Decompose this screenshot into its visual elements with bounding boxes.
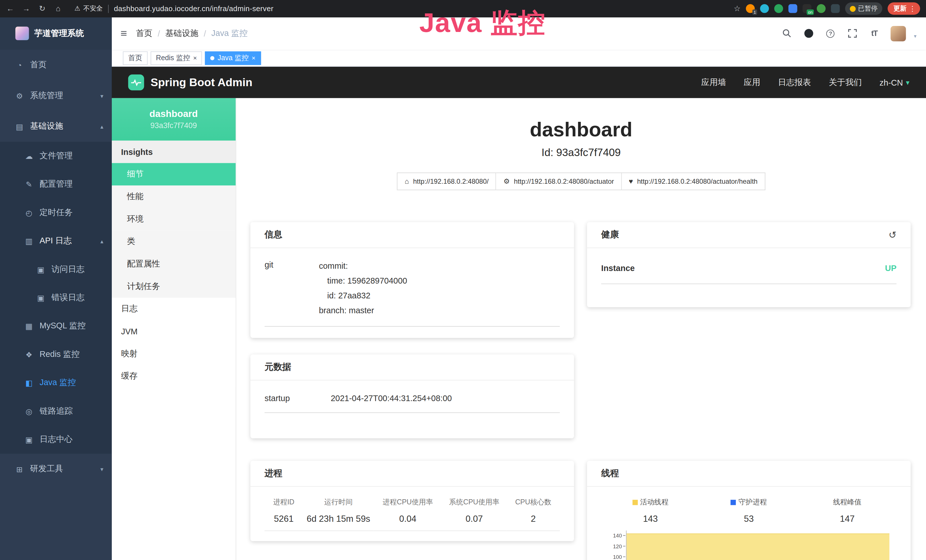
reload-icon[interactable]: ↻ bbox=[38, 4, 47, 13]
help-icon[interactable]: ? bbox=[825, 28, 836, 38]
java-monitor-icon: ◧ bbox=[24, 378, 34, 387]
git-time-line: time: 1596289704000 bbox=[319, 274, 560, 288]
history-icon[interactable]: ↺ bbox=[889, 229, 897, 240]
sba-brand: Spring Boot Admin bbox=[151, 76, 253, 89]
metadata-card-title: 元数据 bbox=[250, 354, 574, 380]
tab-redis-monitor[interactable]: Redis 监控 × bbox=[151, 51, 202, 65]
health-instance-label: Instance bbox=[601, 263, 635, 273]
screen: ← → ↻ ⌂ ⚠ 不安全 dashboard.yudao.iocoder.cn… bbox=[0, 0, 926, 560]
locale-label: zh-CN bbox=[879, 77, 903, 87]
hamburger-icon[interactable]: ≡ bbox=[112, 27, 136, 40]
process-col-header: 进程CPU使用率 bbox=[374, 493, 442, 509]
site-security[interactable]: ⚠ 不安全 bbox=[74, 4, 103, 13]
process-card: 进程 进程ID 运行时间 进程CPU使用率 系统CPU使用率 CPU核心数 52… bbox=[250, 461, 574, 541]
legend-daemon-threads: 守护进程 bbox=[699, 493, 798, 509]
sidebar-item-system[interactable]: ⚙ 系统管理 ▾ bbox=[0, 80, 112, 111]
sidebar-item-home[interactable]: ◔ 首页 bbox=[0, 50, 112, 80]
sba-item-details[interactable]: 细节 bbox=[112, 163, 236, 186]
sba-item-metrics[interactable]: 性能 bbox=[112, 185, 236, 208]
breadcrumb-current: Java 监控 bbox=[211, 28, 248, 38]
paused-label: 已暂停 bbox=[858, 4, 878, 13]
actuator-url-link[interactable]: ⚙ http://192.168.0.2:48080/actuator bbox=[496, 173, 622, 190]
address-bar[interactable]: dashboard.yudao.iocoder.cn/infra/admin-s… bbox=[114, 5, 274, 13]
breadcrumb-infra[interactable]: 基础设施 bbox=[165, 28, 198, 38]
sidebar-item-devtools[interactable]: ⊞ 研发工具 ▾ bbox=[0, 454, 112, 484]
process-header-row: 进程ID 运行时间 进程CPU使用率 系统CPU使用率 CPU核心数 bbox=[265, 493, 560, 509]
sidebar-item-tracing[interactable]: ◎ 链路追踪 bbox=[0, 397, 112, 425]
doc-icon: ▣ bbox=[35, 265, 46, 274]
extension-icon[interactable]: 1 bbox=[746, 4, 755, 13]
instance-subtitle: Id: 93a3fc7f7409 bbox=[236, 147, 926, 159]
home-icon: ⌂ bbox=[405, 177, 409, 185]
wrench-icon: ⚙ bbox=[503, 177, 510, 185]
sidebar-item-java-monitor[interactable]: ◧ Java 监控 bbox=[0, 369, 112, 397]
sidebar-label: 文件管理 bbox=[39, 151, 103, 161]
sidebar-item-config[interactable]: ✎ 配置管理 bbox=[0, 170, 112, 198]
sidebar-item-mysql-monitor[interactable]: ▦ MySQL 监控 bbox=[0, 312, 112, 340]
sidebar-item-error-log[interactable]: ▣ 错误日志 bbox=[0, 283, 112, 312]
app-logo bbox=[15, 27, 29, 40]
smiley-icon bbox=[850, 6, 856, 12]
sidebar-item-infra[interactable]: ▤ 基础设施 ▴ bbox=[0, 111, 112, 142]
sidebar-item-redis-monitor[interactable]: ❖ Redis 监控 bbox=[0, 341, 112, 369]
close-icon[interactable]: × bbox=[251, 55, 255, 61]
instance-header[interactable]: dashboard 93a3fc7f7409 bbox=[112, 98, 236, 141]
sidebar-item-api-log[interactable]: ▥ API 日志 ▴ bbox=[0, 227, 112, 255]
browser-menu-icon[interactable]: ⋮ bbox=[909, 5, 916, 13]
breadcrumb-home[interactable]: 首页 bbox=[136, 28, 152, 38]
redis-icon: ❖ bbox=[24, 350, 34, 359]
sidebar-item-access-log[interactable]: ▣ 访问日志 bbox=[0, 255, 112, 283]
avatar-caret-icon[interactable]: ▾ bbox=[914, 33, 916, 41]
y-tick: 100 bbox=[607, 552, 626, 560]
sidebar-item-files[interactable]: ☁ 文件管理 bbox=[0, 142, 112, 170]
tab-label: Java 监控 bbox=[218, 53, 249, 63]
warning-icon: ⚠ bbox=[74, 5, 80, 12]
sba-item-scheduled-tasks[interactable]: 计划任务 bbox=[112, 275, 236, 298]
sba-nav-wallboard[interactable]: 应用墙 bbox=[701, 77, 726, 88]
locale-selector[interactable]: zh-CN ▾ bbox=[879, 77, 909, 87]
fullscreen-icon[interactable] bbox=[847, 28, 858, 38]
sba-item-logs[interactable]: 日志 bbox=[112, 298, 236, 320]
threads-value: 53 bbox=[699, 509, 798, 526]
sba-item-caches[interactable]: 缓存 bbox=[112, 365, 236, 388]
font-size-icon[interactable]: tT bbox=[869, 28, 879, 38]
bookmark-star-icon[interactable]: ☆ bbox=[734, 4, 741, 13]
extension-icon[interactable] bbox=[817, 4, 826, 13]
paused-badge[interactable]: 已暂停 bbox=[845, 2, 882, 15]
health-url-link[interactable]: ♥ http://192.168.0.2:48080/actuator/heal… bbox=[622, 173, 765, 190]
sidebar-label: MySQL 监控 bbox=[39, 321, 103, 331]
sba-item-mappings[interactable]: 映射 bbox=[112, 343, 236, 365]
sba-nav-about[interactable]: 关于我们 bbox=[829, 77, 862, 88]
sba-item-jvm[interactable]: JVM bbox=[112, 320, 236, 343]
sba-item-configprops[interactable]: 配置属性 bbox=[112, 253, 236, 275]
user-avatar[interactable] bbox=[891, 26, 906, 41]
app-logo-row[interactable]: 芋道管理系统 bbox=[0, 17, 112, 50]
sba-item-classes[interactable]: 类 bbox=[112, 230, 236, 253]
git-term: git bbox=[265, 259, 319, 318]
sidebar-item-cron[interactable]: ◴ 定时任务 bbox=[0, 198, 112, 227]
close-icon[interactable]: × bbox=[193, 55, 197, 61]
extension-icon[interactable]: on bbox=[802, 4, 811, 13]
github-icon[interactable] bbox=[803, 28, 814, 38]
extension-icon[interactable] bbox=[788, 4, 797, 13]
extension-icon[interactable] bbox=[831, 4, 840, 13]
sidebar-item-log-center[interactable]: ▣ 日志中心 bbox=[0, 425, 112, 454]
forward-icon[interactable]: → bbox=[22, 4, 31, 13]
sba-nav-applications[interactable]: 应用 bbox=[744, 77, 760, 88]
process-value: 5261 bbox=[265, 509, 303, 531]
service-url-link[interactable]: ⌂ http://192.168.0.2:48080/ bbox=[397, 173, 496, 190]
tab-java-monitor[interactable]: Java 监控 × bbox=[205, 51, 261, 65]
sidebar-label: 访问日志 bbox=[51, 264, 103, 275]
extension-icon[interactable] bbox=[760, 4, 769, 13]
home-icon[interactable]: ⌂ bbox=[54, 4, 62, 13]
chrome-update-button[interactable]: 更新 ⋮ bbox=[888, 2, 920, 15]
sba-nav-journal[interactable]: 日志报表 bbox=[778, 77, 811, 88]
back-icon[interactable]: ← bbox=[6, 4, 15, 13]
search-icon[interactable] bbox=[782, 28, 792, 38]
tab-home[interactable]: 首页 bbox=[123, 51, 148, 65]
process-col-header: 系统CPU使用率 bbox=[442, 493, 507, 509]
sba-item-environment[interactable]: 环境 bbox=[112, 208, 236, 230]
navbar-actions: ? tT ▾ bbox=[782, 26, 926, 41]
extension-icon[interactable] bbox=[774, 4, 783, 13]
health-instance-row: Instance UP bbox=[601, 254, 896, 284]
